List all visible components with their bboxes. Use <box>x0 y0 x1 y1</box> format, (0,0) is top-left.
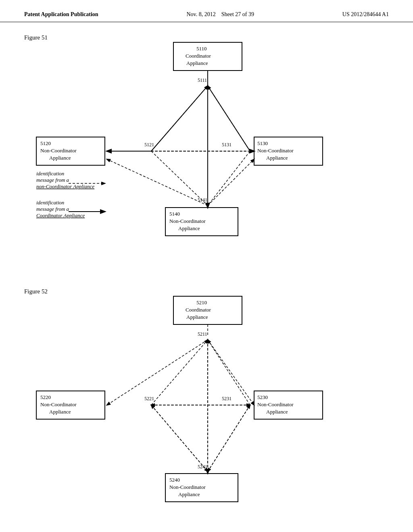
svg-line-65 <box>107 340 208 405</box>
svg-text:identification: identification <box>36 200 64 206</box>
svg-line-66 <box>208 340 254 405</box>
svg-text:Appliance: Appliance <box>186 60 208 66</box>
svg-text:Non-Coordinator: Non-Coordinator <box>257 401 294 407</box>
svg-text:5131: 5131 <box>222 142 232 148</box>
svg-text:5231: 5231 <box>222 396 232 401</box>
svg-line-68 <box>151 340 208 405</box>
svg-text:5241: 5241 <box>198 464 207 470</box>
svg-text:Appliance: Appliance <box>49 409 71 415</box>
svg-line-69 <box>208 340 250 405</box>
svg-text:non-Coordinator Appliance: non-Coordinator Appliance <box>36 183 94 189</box>
svg-text:Coordinator: Coordinator <box>186 53 211 59</box>
svg-text:Non-Coordinator: Non-Coordinator <box>169 218 206 224</box>
svg-text:5121: 5121 <box>144 142 154 148</box>
svg-line-75 <box>208 405 250 472</box>
svg-text:Non-Coordinator: Non-Coordinator <box>169 484 206 490</box>
svg-line-32 <box>208 151 250 206</box>
figure-52: Figure 52 5210 Coordinator Appliance 522… <box>24 288 389 530</box>
svg-text:5140: 5140 <box>169 211 180 217</box>
svg-text:message from a: message from a <box>36 177 69 183</box>
svg-text:5210: 5210 <box>196 299 207 305</box>
svg-text:5211: 5211 <box>198 331 207 337</box>
page-header: Patent Application Publication Nov. 8, 2… <box>0 0 413 22</box>
svg-text:5130: 5130 <box>257 140 268 146</box>
svg-text:Appliance: Appliance <box>178 491 200 497</box>
svg-text:Appliance: Appliance <box>178 225 200 231</box>
svg-text:5221: 5221 <box>144 396 154 401</box>
svg-line-36 <box>208 159 254 206</box>
svg-text:Appliance: Appliance <box>266 155 288 161</box>
svg-text:Non-Coordinator: Non-Coordinator <box>40 401 77 407</box>
figure-52-diagram: 5210 Coordinator Appliance 5220 Non-Coor… <box>24 288 363 522</box>
svg-line-74 <box>151 405 208 472</box>
svg-text:5220: 5220 <box>40 394 51 400</box>
svg-line-35 <box>107 159 208 206</box>
svg-text:message from a: message from a <box>36 206 69 212</box>
svg-text:5111: 5111 <box>198 77 207 83</box>
svg-text:5120: 5120 <box>40 140 51 146</box>
svg-text:Appliance: Appliance <box>186 314 208 320</box>
figure-51-diagram: 5110 Coordinator Appliance 5120 Non-Coor… <box>24 34 363 264</box>
svg-text:Non-Coordinator: Non-Coordinator <box>257 148 294 154</box>
svg-text:Coordinator: Coordinator <box>186 307 211 313</box>
header-patent-number: US 2012/284644 A1 <box>342 11 389 18</box>
svg-text:5230: 5230 <box>257 394 268 400</box>
svg-text:5110: 5110 <box>196 46 207 52</box>
svg-text:Appliance: Appliance <box>49 155 71 161</box>
svg-text:identification: identification <box>36 170 64 177</box>
header-publication: Patent Application Publication <box>24 11 98 18</box>
svg-text:5240: 5240 <box>169 477 180 483</box>
svg-text:Non-Coordinator: Non-Coordinator <box>40 148 77 154</box>
header-date-sheet: Nov. 8, 2012 Sheet 27 of 39 <box>186 11 254 18</box>
svg-text:Appliance: Appliance <box>266 409 288 415</box>
svg-line-31 <box>151 151 208 206</box>
main-content: Figure 51 5110 Coordinator Appliance 512… <box>0 22 413 532</box>
figure-51: Figure 51 5110 Coordinator Appliance 512… <box>24 34 389 272</box>
svg-text:Coordinator Appliance: Coordinator Appliance <box>36 212 85 218</box>
svg-line-76 <box>208 405 250 472</box>
